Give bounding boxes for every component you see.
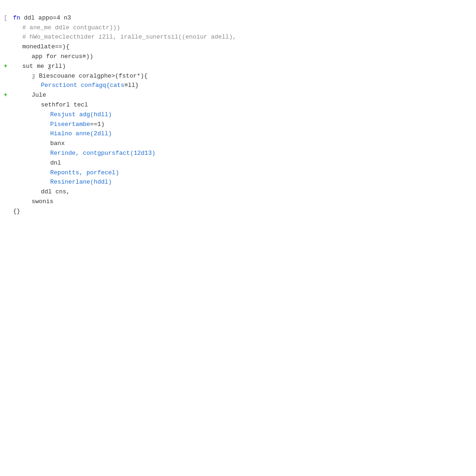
code-line: Hialno anne(2dll)	[4, 129, 472, 139]
line-content: # ane_me ddle contguactr)))	[13, 23, 472, 33]
token: sut me ƺrll)	[22, 63, 66, 70]
token: ƺ	[32, 73, 35, 79]
token: swonis	[32, 198, 53, 205]
line-content: Hialno anne(2dll)	[13, 129, 472, 139]
code-line: swonis	[4, 197, 472, 207]
token: Jule	[32, 92, 46, 99]
token: banx	[50, 140, 65, 147]
token: monedlate	[22, 43, 55, 50]
code-line: Persctiont confagq{cats≡ll}	[4, 81, 472, 91]
line-content: app for nercus≡))	[13, 52, 472, 62]
token: Biescouane coralgphe>(fstor*){	[35, 73, 148, 79]
code-line: banx	[4, 139, 472, 149]
line-content: banx	[13, 139, 472, 149]
line-gutter: [	[4, 13, 13, 23]
code-editor: [fn ddl appo=4 n3# ane_me ddle contguact…	[4, 4, 472, 217]
token: ≡ll}	[124, 82, 139, 89]
code-line: +sut me ƺrll)	[4, 62, 472, 72]
line-gutter[interactable]: +	[4, 91, 13, 100]
token: dnl	[50, 159, 61, 166]
code-line: app for nercus≡))	[4, 52, 472, 62]
line-content: Persctiont confagq{cats≡ll}	[13, 81, 472, 91]
code-line: Piseertambe==1)	[4, 120, 472, 130]
code-line: Resinerlane(hddl)	[4, 178, 472, 187]
line-content: sethforl tecl	[13, 100, 472, 110]
line-content: swonis	[13, 197, 472, 207]
code-line: ddl cns,	[4, 187, 472, 197]
token: ){	[62, 43, 70, 50]
token: ==1)	[90, 121, 105, 128]
line-content: Resjust adg(hdll)	[13, 110, 472, 120]
token: Piseertambe	[50, 121, 90, 128]
token: ddl cns,	[41, 188, 70, 195]
line-content: fn ddl appo=4 n3	[13, 13, 472, 23]
code-line: # hWo_mateclecthider i2ll, iralle_sunert…	[4, 33, 472, 42]
code-line: sethforl tecl	[4, 100, 472, 110]
token: ==	[55, 43, 62, 50]
token: =	[53, 14, 57, 21]
token: Persctiont confagq{cats	[41, 82, 124, 89]
token: sethforl tecl	[41, 101, 88, 108]
line-content: dnl	[13, 159, 472, 168]
code-line: [fn ddl appo=4 n3	[4, 13, 472, 23]
token: ≡	[82, 53, 86, 60]
token: app for nercus	[32, 53, 82, 60]
code-line: monedlate==){	[4, 42, 472, 52]
line-content: Piseertambe==1)	[13, 120, 472, 130]
token: # hWo_mateclecthider i2ll, iralle_sunert…	[22, 33, 236, 40]
token: Repontts, porfecel)	[50, 169, 119, 176]
code-line: {}	[4, 207, 472, 217]
line-content: Repontts, porfecel)	[13, 168, 472, 178]
token: {}	[13, 208, 20, 215]
token: Rerinde, contgpursfact(12d13)	[50, 150, 155, 157]
token: n3	[60, 14, 71, 21]
code-line: +Jule	[4, 91, 472, 100]
code-line: dnl	[4, 159, 472, 168]
line-content: Resinerlane(hddl)	[13, 178, 472, 187]
code-line: Repontts, porfecel)	[4, 168, 472, 178]
line-gutter[interactable]: +	[4, 62, 13, 72]
code-line: Resjust adg(hdll)	[4, 110, 472, 120]
token: fn	[13, 14, 20, 21]
line-content: {}	[13, 207, 472, 217]
line-content: ƺ Biescouane coralgphe>(fstor*){	[13, 72, 472, 81]
code-line: Rerinde, contgpursfact(12d13)	[4, 149, 472, 159]
token: Hialno anne(2dll)	[50, 130, 112, 137]
code-line: # ane_me ddle contguactr)))	[4, 23, 472, 33]
token: Resinerlane(hddl)	[50, 178, 112, 185]
line-content: # hWo_mateclecthider i2ll, iralle_sunert…	[13, 33, 472, 42]
line-content: ddl cns,	[13, 187, 472, 197]
token: ))	[86, 53, 93, 60]
line-content: Jule	[13, 91, 472, 100]
token: ddl appo	[20, 14, 53, 21]
line-content: monedlate==){	[13, 42, 472, 52]
line-content: sut me ƺrll)	[13, 62, 472, 72]
line-content: Rerinde, contgpursfact(12d13)	[13, 149, 472, 159]
token: # ane_me ddle contguactr)))	[22, 24, 120, 31]
token: Resjust adg(hdll)	[50, 111, 112, 118]
code-line: ƺ Biescouane coralgphe>(fstor*){	[4, 72, 472, 81]
